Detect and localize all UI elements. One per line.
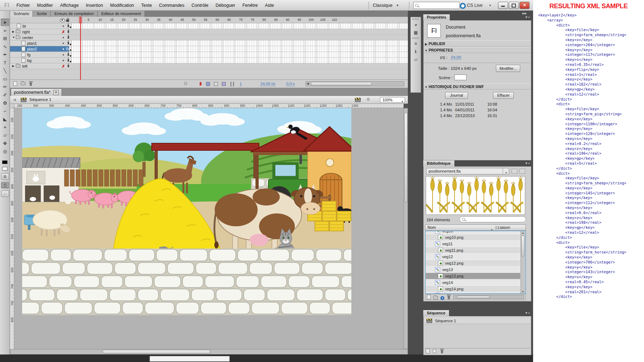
edit-symbols-button[interactable]: ⟐ (367, 97, 370, 102)
frame-row-left[interactable] (69, 63, 408, 69)
list-item-veg11[interactable]: veg11 (426, 241, 520, 247)
layer-row-plan1[interactable]: plan1 (10, 40, 69, 46)
onion-outline-icon[interactable] (213, 81, 220, 87)
hand-tool[interactable]: ✥ (1, 140, 9, 147)
scroll-down-icon[interactable]: ▼ (522, 290, 524, 293)
section-properties[interactable]: ▼PROPRIETES (424, 47, 531, 53)
layer-visibility-toggle[interactable] (61, 43, 66, 44)
frame-row-bt[interactable] (69, 23, 408, 29)
frame-row-center[interactable] (69, 35, 408, 40)
frame-rate-value[interactable]: 24,00 i/s (260, 82, 275, 86)
tab-scene[interactable]: Séquence (423, 310, 449, 316)
new-folder-button[interactable] (20, 81, 26, 87)
timeline-scrollbar[interactable]: ◀ (306, 81, 404, 86)
layer-visibility-toggle[interactable] (61, 60, 66, 61)
folder-disclosure-icon[interactable]: ▼ (12, 36, 16, 39)
layer-row-right[interactable]: ▶right✗ (10, 29, 69, 35)
frame-row-plan1[interactable] (69, 40, 408, 46)
list-item-veg13-png[interactable]: veg13.png (426, 273, 520, 279)
current-frame-value[interactable]: 1 (240, 82, 242, 86)
keyframe-cell[interactable] (69, 52, 72, 57)
timeline-scroll-thumb[interactable] (311, 82, 372, 86)
close-icon[interactable]: ✕ (53, 90, 59, 95)
frame-row-plan2[interactable] (69, 46, 408, 52)
keyframe-cell[interactable] (69, 23, 72, 29)
paint-bucket-tool[interactable]: ◣ (1, 115, 9, 123)
brush-tool[interactable]: ✐ (1, 91, 9, 99)
drag-grip[interactable] (412, 18, 419, 20)
cs-live-label[interactable]: CS Live (467, 3, 483, 8)
delete-item-button[interactable] (447, 295, 451, 300)
close-button[interactable]: ✕ (519, 2, 530, 9)
column-linkage[interactable]: | Liaison (496, 225, 510, 230)
modify-markers-icon[interactable]: [·] (229, 81, 235, 87)
tab-editeur-de-mouvement[interactable]: Editeur de mouvement (98, 11, 145, 17)
rectangle-tool[interactable]: ▭ (1, 75, 9, 83)
menu-fentre[interactable]: Fenêtre (239, 0, 261, 11)
stage-canvas[interactable] (22, 108, 351, 315)
stage-pasteboard[interactable] (14, 108, 404, 349)
layer-name[interactable]: plan2 (27, 47, 65, 51)
library-document-select[interactable]: positionnement.fla ▼ (426, 168, 509, 174)
folder-disclosure-icon[interactable]: ▶ (12, 30, 16, 33)
menu-modifier[interactable]: Modifier (34, 0, 57, 11)
layer-visibility-toggle[interactable] (61, 25, 66, 27)
column-name[interactable]: Nom (428, 225, 436, 230)
document-tab[interactable]: positionnement.fla* ✕ (11, 88, 62, 96)
color-panel-icon[interactable]: ◕ (412, 21, 419, 28)
layer-row-bg[interactable]: bg (10, 58, 69, 63)
add-scene-button[interactable] (426, 349, 430, 354)
stage-horizontal-scroll-thumb[interactable] (103, 350, 210, 354)
frame-row-bg[interactable] (69, 58, 408, 63)
menu-dboguer[interactable]: Déboguer (212, 0, 239, 11)
scroll-up-icon[interactable]: ▲ (522, 232, 524, 234)
menu-texte[interactable]: Texte (138, 0, 156, 11)
pen-tool[interactable]: ✒ (1, 51, 9, 58)
list-item-veg14-png[interactable]: veg14.png (426, 286, 520, 292)
library-scrollbar[interactable]: ▲ ▼ (521, 231, 525, 293)
library-h-scrollbar[interactable] (453, 295, 524, 299)
duplicate-scene-button[interactable] (433, 349, 436, 354)
delete-layer-button[interactable] (28, 81, 34, 87)
layer-visibility-toggle[interactable]: ✗ (61, 30, 66, 34)
menu-affichage[interactable]: Affichage (57, 0, 82, 11)
item-properties-button[interactable]: i (440, 295, 444, 300)
list-item-veg10[interactable]: veg10 (426, 231, 520, 234)
elapsed-time-value[interactable]: 0,0 s (286, 82, 295, 86)
tab-sortie[interactable]: Sortie (33, 11, 51, 17)
library-item-list[interactable]: veg10veg10.pngveg11veg11.pngveg12veg12.p… (425, 231, 526, 294)
modify-size-button[interactable]: Modifier... (496, 65, 520, 72)
new-layer-button[interactable] (12, 81, 18, 87)
menu-commandes[interactable]: Commandes (155, 0, 188, 11)
stage-vertical-scroll-thumb[interactable] (404, 113, 408, 202)
delete-scene-button[interactable] (440, 349, 444, 354)
library-search-input[interactable] (467, 217, 522, 222)
swatches-panel-icon[interactable]: ▦ (412, 29, 419, 36)
list-item-veg12[interactable]: veg12 (426, 254, 520, 260)
subselection-tool[interactable]: ➢ (1, 27, 9, 34)
maximize-button[interactable] (509, 2, 519, 9)
edit-multiple-frames-icon[interactable] (221, 81, 228, 87)
line-tool[interactable]: ╲ (1, 67, 9, 74)
menu-modification[interactable]: Modification (107, 0, 138, 11)
fill-color-swatch[interactable] (2, 167, 8, 170)
snap-to-objects-button[interactable]: Ω (1, 182, 9, 188)
tab-sc-nario[interactable]: Scénario (10, 11, 33, 17)
stage-vertical-scrollbar[interactable] (404, 108, 408, 349)
layer-visibility-toggle[interactable] (61, 48, 66, 50)
frame-row-right[interactable] (69, 29, 408, 35)
panel-menu-icon[interactable]: ▼≡ (525, 161, 530, 165)
stage-zoom-select[interactable]: 100% ▼ (380, 97, 405, 103)
layer-row-left[interactable]: ▶left✗ (10, 63, 69, 69)
eraser-tool[interactable]: ▱ (1, 131, 9, 139)
stage-horizontal-scrollbar[interactable] (10, 349, 408, 354)
back-arrow-icon[interactable]: ◀ (13, 97, 16, 102)
layer-row-plan2[interactable]: plan2✏ (10, 46, 69, 52)
layer-row-fg[interactable]: fg (10, 52, 69, 58)
onion-skin-icon[interactable] (205, 81, 212, 87)
menu-contrle[interactable]: Contrôle (188, 0, 212, 11)
clear-history-button[interactable]: Effacer (493, 92, 514, 99)
stroke-color-swatch[interactable] (2, 160, 8, 164)
drag-grip[interactable] (412, 37, 419, 39)
list-item-veg10-png[interactable]: veg10.png (426, 234, 520, 241)
